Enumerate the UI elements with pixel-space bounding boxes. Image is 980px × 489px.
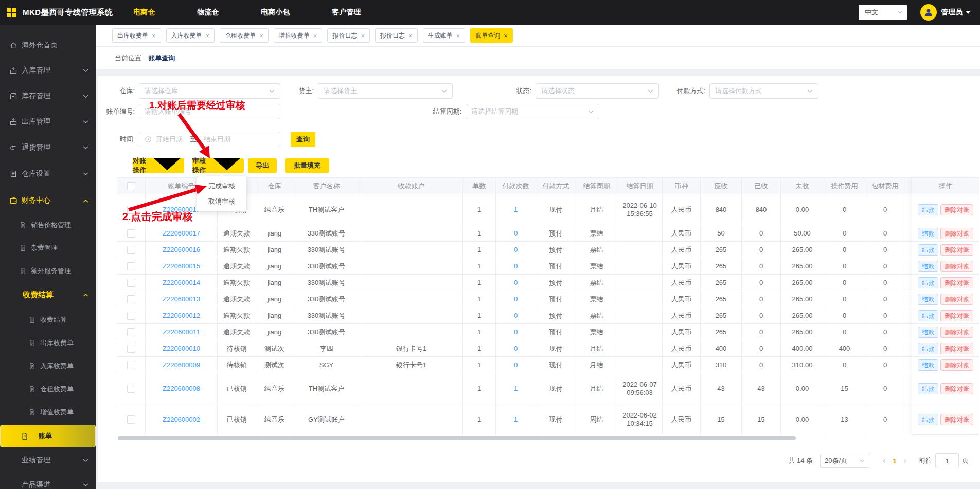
pay-times-link[interactable]: 1 [514,415,518,423]
pay-times-link[interactable]: 1 [514,206,518,213]
pay-times-link[interactable]: 0 [514,361,518,369]
sidebar-item-海外仓首页[interactable]: 海外仓首页 [0,35,96,56]
bill-number-link[interactable]: Z220600017 [163,229,200,237]
delete-reconcile-button[interactable]: 删除对账 [940,414,973,425]
sidebar-item-账单[interactable]: 账单 [0,425,96,447]
sidebar-item-财务中心[interactable]: 财务中心 [0,190,96,211]
close-icon[interactable]: × [408,32,413,39]
settle-button[interactable]: 结款 [918,294,938,305]
tab-入库收费单[interactable]: 入库收费单× [166,28,215,43]
user-menu[interactable]: 管理员 [941,8,971,17]
settle-button[interactable]: 结款 [918,327,938,338]
action-button-对账操作[interactable]: 对账操作 [133,158,184,173]
pay-times-link[interactable]: 0 [514,262,518,270]
bill-number-link[interactable]: Z220600010 [163,345,200,352]
language-select[interactable]: 中文 [859,5,907,20]
pay-times-link[interactable]: 0 [514,312,518,319]
settle-button[interactable]: 结款 [918,383,938,394]
delete-reconcile-button[interactable]: 删除对账 [940,228,973,239]
settle-button[interactable]: 结款 [918,204,938,215]
delete-reconcile-button[interactable]: 删除对账 [940,310,973,321]
pay-times-link[interactable]: 0 [514,279,518,286]
close-icon[interactable]: × [504,32,508,39]
bill-number-link[interactable]: Z220600013 [163,295,200,303]
breadcrumb-current[interactable]: 账单查询 [148,54,175,62]
delete-reconcile-button[interactable]: 删除对账 [940,294,973,305]
action-button-导出[interactable]: 导出 [248,158,277,173]
payment-method-select[interactable]: 请选择付款方式 [709,83,818,99]
dropdown-item-取消审核[interactable]: 取消审核 [197,194,246,209]
apps-grid-icon[interactable] [7,8,16,17]
delete-reconcile-button[interactable]: 删除对账 [940,261,973,272]
date-range-picker[interactable]: 开始日期 至 结束日期 [139,132,280,147]
page-size-select[interactable]: 20条/页 [820,454,869,468]
sidebar-item-业绩管理[interactable]: 业绩管理 [0,450,96,470]
settle-button[interactable]: 结款 [918,261,938,272]
row-checkbox[interactable] [127,279,135,287]
next-page-icon[interactable]: › [904,456,906,465]
delete-reconcile-button[interactable]: 删除对账 [940,204,973,215]
delete-reconcile-button[interactable]: 删除对账 [940,244,973,256]
bill-number-link[interactable]: Z220600018 [163,206,200,213]
row-checkbox[interactable] [127,262,135,270]
action-button-审核操作[interactable]: 审核操作 [192,158,244,173]
bill-number-link[interactable]: Z220600009 [163,361,200,369]
top-menu-item[interactable]: 客户管理 [332,8,361,17]
bill-number-link[interactable]: Z220600015 [163,262,200,270]
select-all-checkbox[interactable] [127,182,135,190]
settle-cycle-select[interactable]: 请选择结算周期 [466,104,599,119]
owner-select[interactable]: 请选择货主 [318,83,453,99]
sidebar-item-出库管理[interactable]: 出库管理 [0,112,96,132]
settle-button[interactable]: 结款 [918,359,938,371]
settle-button[interactable]: 结款 [918,228,938,239]
pay-times-link[interactable]: 0 [514,345,518,352]
bill-number-link[interactable]: Z220600011 [163,328,200,336]
sidebar-item-杂费管理[interactable]: 杂费管理 [0,238,96,258]
sidebar-item-销售价格管理[interactable]: 销售价格管理 [0,215,96,236]
close-icon[interactable]: × [456,32,460,39]
sidebar-item-入库管理[interactable]: 入库管理 [0,60,96,81]
settle-button[interactable]: 结款 [918,244,938,256]
warehouse-select[interactable]: 请选择仓库 [139,83,280,99]
delete-reconcile-button[interactable]: 删除对账 [940,277,973,288]
tab-账单查询[interactable]: 账单查询× [470,28,513,43]
row-checkbox[interactable] [127,385,135,393]
bill-number-link[interactable]: Z220600012 [163,312,200,319]
sidebar-item-额外服务管理[interactable]: 额外服务管理 [0,261,96,281]
bill-number-link[interactable]: Z220600008 [163,385,200,392]
close-icon[interactable]: × [361,32,365,39]
sidebar-item-入库收费单[interactable]: 入库收费单 [0,356,96,376]
row-checkbox[interactable] [127,361,135,369]
sidebar-item-库存管理[interactable]: 库存管理 [0,86,96,106]
sidebar-item-退货管理[interactable]: 退货管理 [0,137,96,158]
row-checkbox[interactable] [127,328,135,336]
sidebar-item-仓租收费单[interactable]: 仓租收费单 [0,379,96,400]
close-icon[interactable]: × [313,32,317,39]
pay-times-link[interactable]: 0 [514,295,518,303]
pay-times-link[interactable]: 0 [514,246,518,253]
sidebar-item-产品渠道[interactable]: 产品渠道 [0,475,96,489]
tab-报价日志[interactable]: 报价日志× [375,28,418,43]
delete-reconcile-button[interactable]: 删除对账 [940,327,973,338]
goto-page-input[interactable] [935,453,959,468]
top-menu-item[interactable]: 电商仓 [133,8,155,17]
avatar[interactable] [920,4,937,21]
settle-button[interactable]: 结款 [918,343,938,354]
tab-报价日志[interactable]: 报价日志× [327,28,370,43]
settle-button[interactable]: 结款 [918,277,938,288]
sidebar-item-收费结算[interactable]: 收费结算 [0,284,96,305]
tab-出库收费单[interactable]: 出库收费单× [112,28,161,43]
tab-增值收费单[interactable]: 增值收费单× [274,28,323,43]
top-menu-item[interactable]: 电商小包 [261,8,290,17]
tab-仓租收费单[interactable]: 仓租收费单× [220,28,269,43]
delete-reconcile-button[interactable]: 删除对账 [940,359,973,371]
delete-reconcile-button[interactable]: 删除对账 [940,343,973,354]
action-button-批量填充[interactable]: 批量填充 [285,158,329,173]
bill-number-link[interactable]: Z220600002 [163,415,200,423]
pay-times-link[interactable]: 0 [514,328,518,336]
settle-button[interactable]: 结款 [918,310,938,321]
tab-生成账单[interactable]: 生成账单× [423,28,466,43]
row-checkbox[interactable] [127,295,135,303]
bill-no-input[interactable]: 请输入账单编号 [139,104,280,119]
delete-reconcile-button[interactable]: 删除对账 [940,383,973,394]
